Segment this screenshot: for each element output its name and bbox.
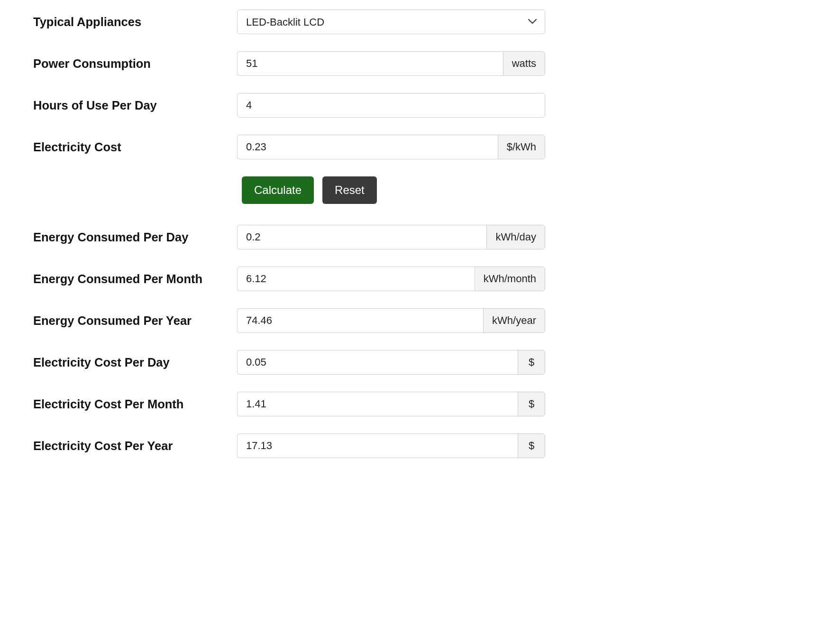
dollar-per-kwh-unit: $/kWh bbox=[498, 135, 545, 159]
power-consumption-label: Power Consumption bbox=[28, 57, 237, 71]
dollar-unit-year: $ bbox=[518, 433, 545, 458]
energy-per-month-label: Energy Consumed Per Month bbox=[28, 272, 237, 286]
kwh-day-unit: kWh/day bbox=[486, 225, 545, 249]
energy-per-day-output bbox=[237, 225, 486, 249]
reset-button[interactable]: Reset bbox=[322, 176, 377, 204]
electricity-cost-input[interactable] bbox=[237, 135, 498, 159]
dollar-unit-month: $ bbox=[518, 392, 545, 416]
typical-appliances-select[interactable]: LED-Backlit LCD bbox=[237, 9, 545, 34]
electricity-cost-label: Electricity Cost bbox=[28, 140, 237, 154]
cost-per-day-output bbox=[237, 350, 518, 375]
calculate-button[interactable]: Calculate bbox=[242, 176, 314, 204]
typical-appliances-label: Typical Appliances bbox=[28, 15, 237, 29]
cost-per-month-output bbox=[237, 392, 518, 416]
energy-per-day-label: Energy Consumed Per Day bbox=[28, 230, 237, 244]
kwh-month-unit: kWh/month bbox=[475, 267, 545, 291]
hours-per-day-label: Hours of Use Per Day bbox=[28, 99, 237, 112]
energy-per-year-output bbox=[237, 308, 483, 333]
cost-per-day-label: Electricity Cost Per Day bbox=[28, 356, 237, 369]
kwh-year-unit: kWh/year bbox=[483, 308, 545, 333]
cost-per-year-output bbox=[237, 433, 518, 458]
watts-unit: watts bbox=[503, 51, 545, 76]
power-consumption-input[interactable] bbox=[237, 51, 503, 76]
hours-per-day-input[interactable] bbox=[237, 93, 545, 118]
cost-per-month-label: Electricity Cost Per Month bbox=[28, 397, 237, 411]
cost-per-year-label: Electricity Cost Per Year bbox=[28, 439, 237, 453]
dollar-unit-day: $ bbox=[518, 350, 545, 375]
energy-per-month-output bbox=[237, 267, 475, 291]
energy-per-year-label: Energy Consumed Per Year bbox=[28, 314, 237, 328]
